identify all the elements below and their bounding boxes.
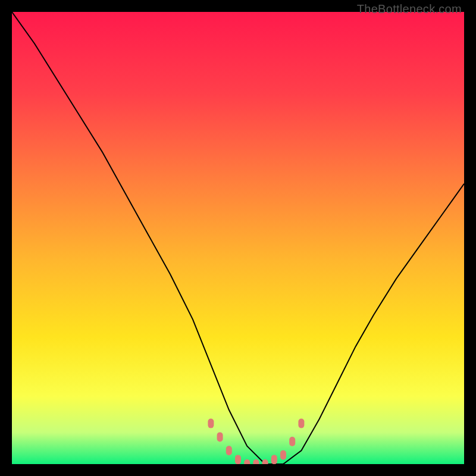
gradient-background <box>12 12 464 464</box>
bottleneck-chart <box>12 12 464 464</box>
optimal-marker <box>271 455 277 464</box>
optimal-marker <box>226 446 232 455</box>
watermark-text: TheBottleneck.com <box>357 2 462 16</box>
optimal-marker <box>208 419 214 428</box>
optimal-marker <box>298 419 304 428</box>
optimal-marker <box>280 450 286 460</box>
optimal-marker <box>235 455 241 464</box>
optimal-marker <box>289 437 295 446</box>
chart-plot-area <box>12 12 464 464</box>
optimal-marker <box>217 432 223 441</box>
chart-frame: TheBottleneck.com <box>0 0 476 476</box>
